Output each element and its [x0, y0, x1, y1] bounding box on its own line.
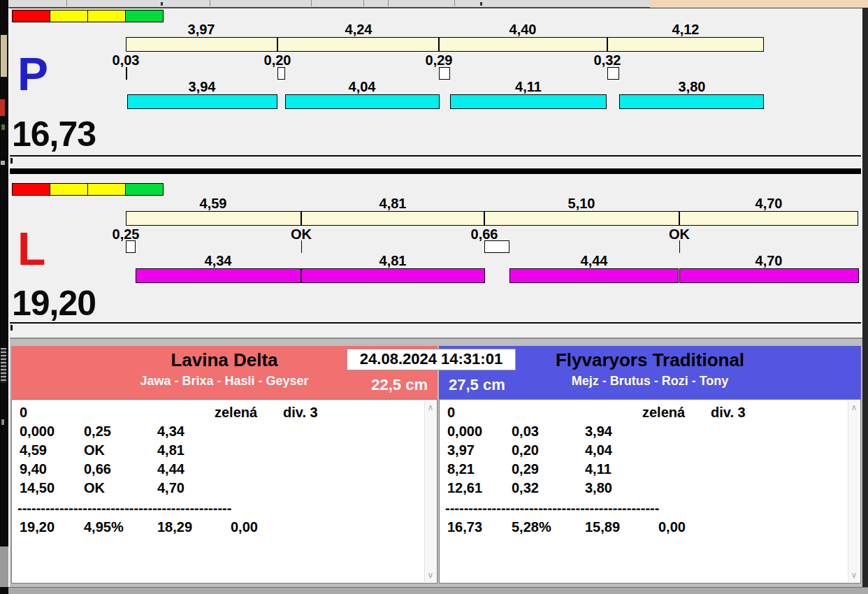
- pass-time-label: 0,03: [113, 54, 140, 67]
- pass-time-cell: 0,03: [512, 423, 539, 440]
- dog-time-label: 4,34: [205, 254, 232, 268]
- results-textarea[interactable]: 0 zelená div. 3 0,000 0,25 4,34 4,59 OK …: [11, 399, 437, 584]
- dog-time-bar: [136, 268, 301, 283]
- pass-percent-cell: 4,95%: [84, 519, 124, 535]
- dog-time-label: 4,70: [755, 254, 783, 268]
- toolbar-divider: [388, 0, 389, 6]
- desktop-fragment: [1, 35, 7, 77]
- splits-total-bar: [126, 211, 858, 226]
- penalty-cell: 0,00: [231, 519, 258, 535]
- lap-split-label: 4,59: [200, 197, 227, 210]
- desktop-fragment: [1, 419, 4, 425]
- scrollbar[interactable]: ∧ ∨: [424, 400, 436, 582]
- lap-split-label: 5,10: [568, 197, 595, 210]
- dog-time-label: 3,94: [189, 80, 216, 94]
- desktop-edge-strip: [0, 0, 8, 594]
- lap-split-label: 4,40: [509, 23, 537, 36]
- dog-time-cell: 4,34: [157, 423, 185, 440]
- cumulative-time-cell: 8,21: [447, 461, 475, 477]
- lane-divider-bar: [10, 168, 861, 174]
- dog-time-bar: [679, 268, 859, 283]
- split-divider: [484, 211, 485, 226]
- dog-time-cell: 4,70: [157, 479, 185, 496]
- pass-time-label: 0,20: [264, 54, 291, 67]
- scroll-up-arrow-icon[interactable]: ∧: [848, 402, 860, 413]
- lane-section-p: P 16,73 3,970,033,944,240,204,044,400,29…: [10, 9, 861, 157]
- separator-row: ----------------------------------------…: [445, 500, 845, 519]
- run-number-cell: 0: [447, 404, 455, 421]
- lane-section-l: L 19,20 4,590,254,344,81OK4,815,100,664,…: [10, 174, 861, 324]
- toolbar-divider: [66, 0, 67, 6]
- cumulative-time-cell: 4,59: [20, 442, 47, 458]
- lap-row: 0,000 0,25 4,34: [17, 423, 421, 442]
- pass-time-cell: 0,29: [512, 461, 539, 477]
- split-divider: [301, 211, 302, 226]
- scroll-down-arrow-icon[interactable]: ∨: [848, 570, 860, 581]
- team-panel-right: Flyvaryors Traditional Mejz - Brutus - R…: [439, 346, 861, 584]
- desktop-fragment: [1, 348, 6, 383]
- split-divider: [277, 37, 278, 52]
- team-panel-left: Lavina Delta Jawa - Brixa - Hasli - Geys…: [11, 346, 437, 584]
- ok-pass-tick: [679, 240, 680, 253]
- pass-time-label: 0,32: [594, 54, 621, 67]
- dog-time-cell: 3,80: [585, 479, 612, 496]
- pass-percent-cell: 5,28%: [512, 519, 551, 535]
- toolbar-notch: [161, 2, 163, 6]
- total-time-cell: 16,73: [447, 519, 482, 535]
- pass-time-label: 0,29: [426, 54, 453, 67]
- jump-height-label: 22,5 cm: [371, 377, 428, 393]
- pass-time-cell: OK: [84, 479, 105, 496]
- split-divider: [607, 37, 608, 52]
- division-cell: div. 3: [711, 404, 746, 421]
- lap-split-label: 4,70: [755, 197, 783, 210]
- toolbar-divider: [363, 0, 364, 6]
- lane-race-visualization: 4,590,254,344,81OK4,815,100,664,444,70OK…: [10, 174, 861, 322]
- run-info-row: 0 zelená div. 3: [445, 404, 845, 423]
- background-toolbar-strip: [8, 0, 868, 8]
- splits-total-bar: [126, 37, 764, 52]
- dog-time-label: 4,11: [515, 80, 542, 94]
- ok-pass-tick: [301, 240, 302, 253]
- run-info-row: 0 zelená div. 3: [17, 404, 421, 423]
- desktop-fragment: [1, 161, 5, 165]
- lap-row: 14,50 OK 4,70: [17, 479, 421, 498]
- run-number-cell: 0: [20, 404, 27, 421]
- cumulative-time-cell: 12,61: [447, 479, 482, 496]
- dog-time-cell: 4,04: [585, 442, 612, 458]
- dog-time-bar: [509, 268, 679, 283]
- lane-race-visualization: 3,970,033,944,240,204,044,400,294,114,12…: [10, 9, 861, 155]
- pass-gap-box: [126, 67, 127, 80]
- toolbar-divider: [454, 0, 455, 6]
- scroll-up-arrow-icon[interactable]: ∧: [425, 402, 436, 413]
- cumulative-time-cell: 3,97: [447, 442, 475, 458]
- results-rows: 0 zelená div. 3 0,000 0,03 3,94 3,97 0,2…: [445, 404, 845, 544]
- division-cell: div. 3: [283, 404, 318, 421]
- lap-row: 3,97 0,20 4,04: [445, 442, 845, 461]
- dog-time-cell: 4,11: [585, 461, 612, 477]
- lap-row: 0,000 0,03 3,94: [445, 423, 845, 442]
- scrollbar[interactable]: ∧ ∨: [848, 400, 860, 582]
- totals-row: 19,20 4,95% 18,29 0,00: [17, 519, 421, 537]
- lap-split-label: 3,97: [188, 23, 215, 36]
- net-time-cell: 15,89: [585, 519, 620, 535]
- cumulative-time-cell: 0,000: [20, 423, 55, 440]
- lap-split-label: 4,12: [672, 23, 700, 36]
- toolbar-notch: [480, 2, 482, 6]
- dog-time-cell: 4,44: [157, 461, 185, 477]
- pass-time-cell: 0,20: [512, 442, 539, 458]
- desktop-fragment: [0, 546, 8, 587]
- window-bottom-border: [8, 587, 868, 594]
- row-start-tick: [10, 325, 13, 331]
- dog-time-label: 4,81: [379, 254, 407, 268]
- pass-time-cell: 0,66: [84, 461, 111, 477]
- pass-time-label: OK: [669, 228, 690, 241]
- results-textarea[interactable]: 0 zelená div. 3 0,000 0,03 3,94 3,97 0,2…: [439, 399, 861, 584]
- desktop-fragment: [1, 124, 5, 130]
- jump-height-label: 27,5 cm: [449, 377, 505, 393]
- separator-row: ----------------------------------------…: [17, 500, 421, 519]
- dog-time-bar: [301, 268, 485, 283]
- dog-time-bar: [450, 94, 607, 109]
- pass-time-cell: OK: [84, 442, 105, 458]
- scroll-down-arrow-icon[interactable]: ∨: [425, 570, 436, 581]
- cumulative-time-cell: 14,50: [20, 479, 55, 496]
